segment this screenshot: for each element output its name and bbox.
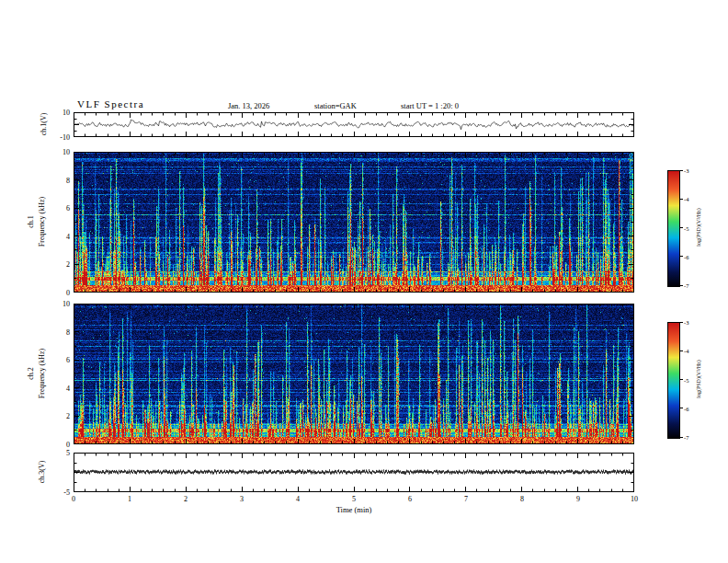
ch3-wave-y-tick-label: -5 <box>53 488 70 497</box>
figure-title: VLF Spectra <box>77 98 144 109</box>
x-tick-label: 3 <box>233 495 251 503</box>
ch2-spec-y-tick-label: 0 <box>53 441 70 449</box>
ch1-colorbar <box>667 170 680 287</box>
ch2-spec-y-tick-label: 8 <box>53 328 70 337</box>
ch3-waveform-canvas <box>74 453 634 492</box>
ch1-colorbar-label: log(PSD)(V²/Hz) <box>694 172 703 282</box>
ch1-wave-y-tick-label: 10 <box>53 109 70 117</box>
colorbar-tick-label: -7 <box>684 434 688 441</box>
station-label: station=GAK <box>314 101 357 110</box>
colorbar-tick-mark <box>680 227 683 228</box>
colorbar-tick-mark <box>680 379 683 380</box>
ch3-wave-ylabel: ch.3(V) <box>38 417 47 527</box>
vlf-spectra-figure: VLF Spectra Jan. 13, 2026 station=GAK st… <box>0 0 728 563</box>
x-tick-label: 9 <box>569 495 587 503</box>
ch1-spec-ylabel-ch: ch.1 <box>27 167 36 277</box>
ch1-spec-y-tick-label: 2 <box>53 260 70 269</box>
x-tick-label: 5 <box>345 495 363 503</box>
colorbar-tick-label: -6 <box>684 406 688 412</box>
colorbar-tick-label: -6 <box>684 254 688 260</box>
x-tick-label: 1 <box>120 495 139 503</box>
ch2-spec-ylabel-freq: Frequency (kHz) <box>38 318 47 429</box>
ch2-spectrogram-canvas <box>74 304 634 444</box>
ch2-colorbar <box>667 322 680 439</box>
colorbar-tick-label: -5 <box>684 377 688 384</box>
ch1-spec-y-tick-label: 4 <box>53 233 70 241</box>
colorbar-tick-label: -3 <box>684 319 688 326</box>
colorbar-tick-label: -7 <box>684 282 688 289</box>
x-axis-label: Time (min) <box>317 505 391 514</box>
x-tick-label: 4 <box>289 495 307 503</box>
colorbar-tick-mark <box>680 170 683 171</box>
ch2-spec-ylabel-ch: ch.2 <box>27 318 36 429</box>
colorbar-tick-mark <box>680 256 683 257</box>
colorbar-tick-label: -5 <box>684 225 688 232</box>
ch1-waveform-canvas <box>74 112 634 137</box>
x-tick-label: 2 <box>176 495 195 503</box>
ch1-wave-y-tick-label: -10 <box>53 133 70 142</box>
ch2-spec-y-tick-label: 4 <box>53 385 70 393</box>
colorbar-tick-mark <box>680 285 683 286</box>
ch1-wave-ylabel: ch.1(V) <box>40 69 49 179</box>
colorbar-tick-mark <box>680 199 683 200</box>
ch1-spec-y-tick-label: 10 <box>53 148 70 156</box>
colorbar-tick-label: -4 <box>684 196 688 202</box>
ch1-spec-ylabel-freq: Frequency (kHz) <box>38 167 47 277</box>
x-tick-label: 8 <box>513 495 531 503</box>
colorbar-tick-mark <box>680 350 683 351</box>
x-tick-label: 6 <box>401 495 419 503</box>
x-tick-label: 7 <box>457 495 475 503</box>
ch1-spec-y-tick-label: 8 <box>53 177 70 185</box>
colorbar-tick-label: -3 <box>684 167 688 174</box>
ch2-spec-y-tick-label: 2 <box>53 412 70 420</box>
colorbar-tick-mark <box>680 322 683 323</box>
colorbar-tick-mark <box>680 437 683 438</box>
date-label: Jan. 13, 2026 <box>228 101 269 110</box>
ch2-spec-y-tick-label: 6 <box>53 356 70 364</box>
x-tick-label: 10 <box>625 495 643 503</box>
ch3-wave-y-tick-label: 5 <box>53 449 70 457</box>
colorbar-tick-mark <box>680 408 683 408</box>
ch2-colorbar-label: log(PSD)(V²/Hz) <box>694 324 703 434</box>
ch1-spec-y-tick-label: 0 <box>53 289 70 297</box>
ch2-spec-y-tick-label: 10 <box>53 300 70 308</box>
ch1-spectrogram-canvas <box>74 152 634 293</box>
colorbar-tick-label: -4 <box>684 348 688 354</box>
start-ut-label: start UT = 1 :20: 0 <box>401 101 459 110</box>
ch1-spec-y-tick-label: 6 <box>53 204 70 213</box>
